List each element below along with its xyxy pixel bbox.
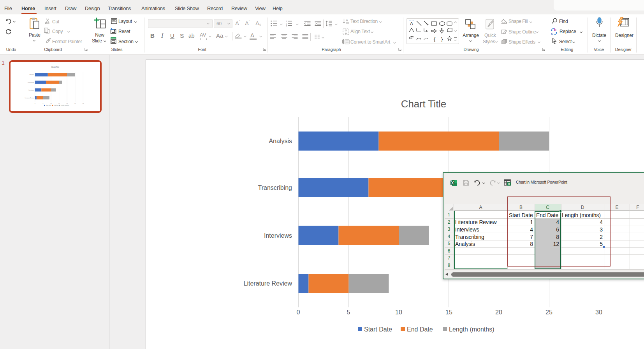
svg-text:Transcribing: Transcribing	[28, 82, 34, 83]
svg-text:}: }	[441, 36, 443, 42]
svg-text:Chart Title: Chart Title	[51, 66, 60, 68]
svg-text:Start Date: Start Date	[46, 105, 51, 106]
svg-text:30: 30	[83, 103, 84, 104]
svg-text:20: 20	[67, 103, 68, 104]
svg-text:A: A	[410, 21, 413, 26]
svg-text:{: {	[434, 36, 436, 42]
svg-text:Interviews: Interviews	[28, 89, 34, 91]
svg-text:b: b	[554, 28, 556, 32]
svg-text:A: A	[346, 18, 348, 22]
svg-text:x: x	[508, 182, 510, 186]
svg-text:15: 15	[58, 103, 60, 104]
svg-text:10: 10	[50, 103, 52, 104]
svg-text:5: 5	[43, 103, 44, 104]
svg-text:Literature Review: Literature Review	[25, 97, 34, 99]
svg-text:End Date: End Date	[54, 105, 59, 106]
svg-text:25: 25	[74, 103, 76, 104]
svg-text:X: X	[451, 181, 454, 185]
svg-text:Analysis: Analysis	[30, 74, 34, 75]
svg-text:0: 0	[35, 103, 35, 104]
svg-text:c: c	[551, 32, 554, 35]
svg-text:Length (months): Length (months)	[61, 105, 69, 106]
svg-text:3: 3	[286, 25, 287, 26]
